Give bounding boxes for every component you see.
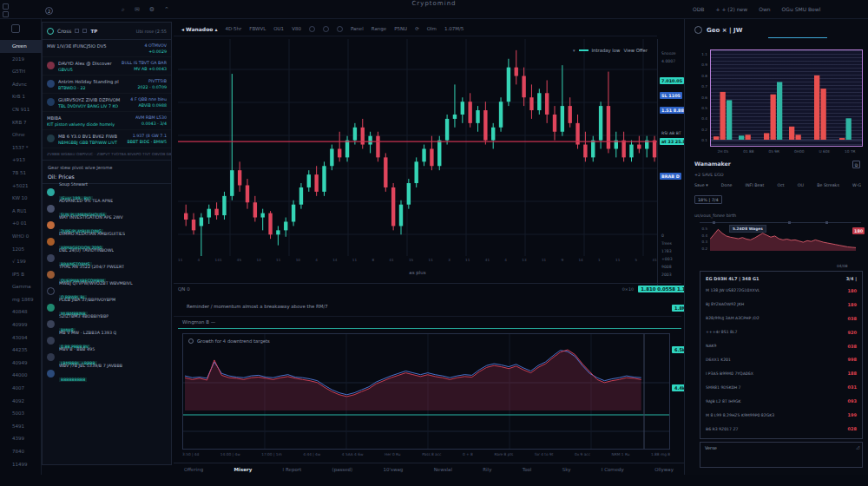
status-item[interactable]: I Comedy xyxy=(602,467,624,472)
rail-item[interactable]: 5003 xyxy=(0,407,42,420)
topbar-menu-item[interactable]: + + (2) new xyxy=(715,6,747,12)
expand-icon[interactable]: ⧉ xyxy=(852,161,860,168)
mail-icon[interactable]: ✉ xyxy=(135,6,140,13)
legend-label-2[interactable]: View Offer xyxy=(623,48,648,53)
order-row[interactable]: M 138 JW US8272G10XXVL180 xyxy=(706,284,857,298)
rail-item[interactable]: 7840 xyxy=(0,445,42,458)
rail-item[interactable]: WHO 0 xyxy=(0,230,42,243)
rail-item[interactable]: 40949 xyxy=(0,357,42,370)
order-row[interactable]: BJ 8YZ4AOW92 JKH189 xyxy=(706,298,857,312)
filter-icon[interactable] xyxy=(75,29,79,33)
rail-item[interactable]: 5491 xyxy=(0,420,42,433)
rail-item[interactable]: 40848 xyxy=(0,305,42,319)
avatar[interactable] xyxy=(47,28,54,35)
volume-area-chart[interactable]: Growth for 4 downtrend targets xyxy=(182,333,670,450)
rail-item[interactable]: 2019 xyxy=(0,53,42,66)
watchlist-row[interactable]: GUIRV5OYZ ZIVIB DZPIVOMTBL DVDIVOY BANG … xyxy=(43,94,171,112)
rail-item[interactable]: KW 10 xyxy=(0,192,42,205)
watchlist-row[interactable]: MB 6 Y3.0 BV1 BV62 FIWBNBMGBBJ GBB TBPIW… xyxy=(43,130,171,148)
toolbar-item[interactable]: ⟳ xyxy=(415,26,419,31)
watchlist-row[interactable]: Antrim Holiday 5tanding plBTBWD3 · 22PIV… xyxy=(43,76,171,94)
status-item[interactable]: Misery xyxy=(234,467,253,472)
toolbar-item[interactable]: 4D·5hr xyxy=(226,26,242,31)
coin-list-item[interactable]: WBV /7B JBL 5339/B 7 JAVBBBBBBBBBBBB xyxy=(43,365,171,382)
toolbar-item[interactable]: Panel xyxy=(351,26,364,31)
rail-item[interactable]: Green xyxy=(0,40,42,53)
status-item[interactable]: Tool xyxy=(523,467,532,472)
coin-link[interactable]: BBBBBBBBB xyxy=(59,378,87,382)
watchlist-row[interactable]: DAVYD Alex @ DiscoverGBVU5BULL IS TBVT G… xyxy=(43,57,171,76)
gear-icon[interactable]: ⚙ xyxy=(149,6,155,13)
notification-badge[interactable]: 2 xyxy=(45,7,53,15)
price-scale[interactable]: Snooze 4.0007 7.010.05 SL 1105 1.51 8.88… xyxy=(657,39,683,291)
watchlist-row[interactable]: MW 1/V/3E IFUNCJ5IO DV54 OTMVOV+0.0029 xyxy=(43,40,171,57)
order-row[interactable]: NAK9038 xyxy=(706,339,857,353)
toolbar-item[interactable]: V80 xyxy=(292,26,301,31)
rail-item[interactable]: Gamma xyxy=(0,280,42,293)
rail-item[interactable]: mg 1869 xyxy=(0,293,42,306)
order-row[interactable]: I P3A5 B99M0 7YQA06X188 xyxy=(706,366,857,380)
symbol-selector[interactable]: ◂ Wanadoo ▴ xyxy=(181,26,218,32)
rail-item[interactable]: G5TH xyxy=(0,65,42,78)
sort-icon[interactable] xyxy=(82,29,87,33)
timeline-scrubber[interactable] xyxy=(700,221,861,224)
window-icon[interactable] xyxy=(3,3,9,10)
toolbar-item[interactable]: Range xyxy=(372,26,386,31)
order-row[interactable]: 9AJB L2 8T IH9GK093 xyxy=(706,394,857,408)
topbar-menu-item[interactable]: OGu SMU Bowl xyxy=(782,6,821,12)
toolbar-item[interactable]: Olm xyxy=(427,26,437,31)
panel-tab[interactable]: W·G xyxy=(852,183,861,187)
watchlist-row[interactable]: MBIBAKIT piston valveny diode homelyAVM … xyxy=(43,112,171,130)
indicator-label[interactable]: Wingman B — xyxy=(182,319,215,325)
order-row[interactable]: B28/99UJ 3AM A3CPHP /D2038 xyxy=(706,312,857,325)
compare-icon[interactable] xyxy=(323,26,329,32)
toolbar-item[interactable]: 1.07M/5 xyxy=(444,26,464,31)
notes-input[interactable]: Verse ◿ xyxy=(700,442,863,468)
panel-tab[interactable]: Oct xyxy=(777,183,784,187)
legend-caret-icon[interactable]: ▾ xyxy=(573,48,575,53)
order-row[interactable]: D6XX1 K201998 xyxy=(706,353,857,367)
toolbar-item[interactable]: OU1 xyxy=(273,26,284,31)
rail-item[interactable]: 4092 xyxy=(0,395,42,408)
rail-item[interactable]: CN 911 xyxy=(0,103,42,116)
nav-grid-icon[interactable] xyxy=(11,24,20,33)
panel-tab[interactable]: INFI Beat xyxy=(746,183,765,187)
order-row[interactable]: +++4r 8S1 8L7920 xyxy=(706,325,857,339)
candlestick-chart[interactable] xyxy=(178,39,657,256)
rail-item[interactable]: KrB 1 xyxy=(0,90,42,103)
indicator-icon[interactable] xyxy=(309,26,315,32)
status-item[interactable]: Ollyway xyxy=(654,467,674,472)
camera-icon[interactable] xyxy=(337,26,343,32)
status-item[interactable]: I Report xyxy=(283,467,302,472)
status-item[interactable]: Sky xyxy=(562,467,571,472)
status-item[interactable]: Rily xyxy=(483,467,491,472)
rail-item[interactable]: 1205 xyxy=(0,243,42,256)
rail-item[interactable]: 1537 * xyxy=(0,141,42,154)
orders-header-left[interactable]: EG D93H 4L7 | 348 G1 xyxy=(706,276,760,281)
panel-tab[interactable]: Done xyxy=(721,183,733,187)
rail-item[interactable]: A RU1 xyxy=(0,205,42,218)
search-icon[interactable]: ⌕ xyxy=(122,6,125,13)
rail-item[interactable]: +5021 xyxy=(0,180,42,193)
rail-item[interactable]: 44235 xyxy=(0,344,42,357)
rail-item[interactable]: 4007 xyxy=(0,382,42,395)
status-item[interactable]: Newslal xyxy=(434,467,452,472)
rail-item[interactable]: Advnc xyxy=(0,78,42,91)
timeline-marker[interactable] xyxy=(788,221,791,224)
timeline-marker[interactable] xyxy=(825,221,828,224)
volume-bar-chart[interactable] xyxy=(710,49,863,147)
rail-item[interactable]: KRB 7 xyxy=(0,116,42,129)
toolbar-item[interactable]: FBWVL xyxy=(249,26,266,31)
panel-tab[interactable]: OU xyxy=(798,183,804,187)
rail-item[interactable]: 43094 xyxy=(0,332,42,345)
rail-item[interactable]: 40999 xyxy=(0,319,42,332)
status-item[interactable]: 10'swag xyxy=(384,467,404,472)
toolbar-item[interactable]: P5NU xyxy=(394,26,407,31)
resize-icon[interactable]: ◿ xyxy=(856,444,859,450)
topbar-menu-item[interactable]: ODB xyxy=(693,6,704,12)
rail-item[interactable]: +0 01 xyxy=(0,217,42,230)
rail-item[interactable]: 7B 51 xyxy=(0,167,42,180)
rail-item[interactable]: 44000 xyxy=(0,369,42,382)
panel-tab[interactable]: Be Streaks xyxy=(817,183,839,187)
panel-tab[interactable]: Save ▾ xyxy=(694,183,708,187)
